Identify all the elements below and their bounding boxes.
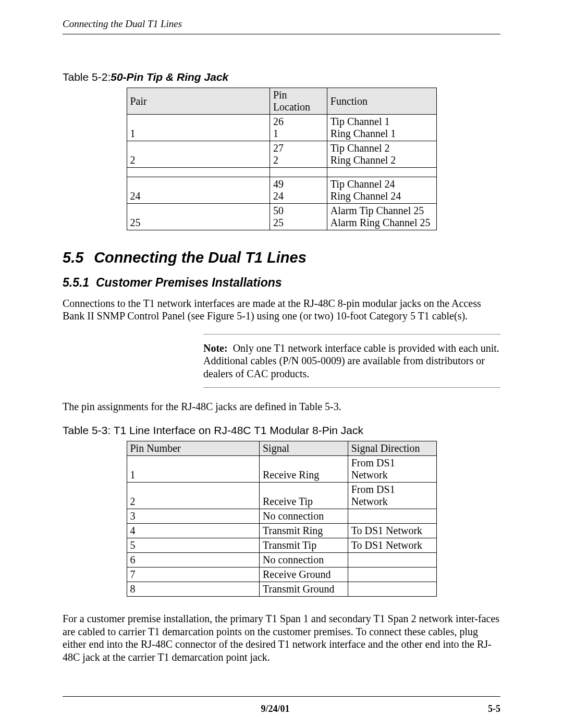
cell: Tip Channel 2 bbox=[331, 142, 390, 154]
cell: 3 bbox=[127, 509, 259, 524]
cell: 1 bbox=[273, 128, 278, 139]
cell bbox=[348, 553, 436, 567]
table-5-2: Pair Pin Location Function 1 261 Tip Cha… bbox=[127, 88, 437, 230]
cell: 25 bbox=[273, 217, 284, 228]
cell: Transmit Tip bbox=[259, 538, 348, 553]
cell bbox=[348, 582, 436, 597]
cell: 2 bbox=[127, 483, 259, 509]
cell bbox=[348, 509, 436, 524]
cell: Alarm Tip Channel 25 bbox=[331, 205, 424, 216]
table-row: 3No connection bbox=[127, 509, 436, 524]
table-row: 7Receive Ground bbox=[127, 567, 436, 582]
cell: 1 bbox=[127, 456, 259, 483]
cell: Transmit Ring bbox=[259, 524, 348, 538]
table-5-2-caption: Table 5-2:50-Pin Tip & Ring Jack bbox=[63, 71, 500, 83]
table-5-3-caption: Table 5-3: T1 Line Interface on RJ-48C T… bbox=[63, 424, 500, 437]
col-header: Pin Number bbox=[127, 441, 259, 456]
cell: To DS1 Network bbox=[348, 524, 436, 538]
table-row: 25 5025 Alarm Tip Channel 25Alarm Ring C… bbox=[127, 204, 436, 230]
cell: Tip Channel 1 bbox=[331, 116, 390, 127]
cell: From DS1 Network bbox=[348, 483, 436, 509]
cell: 2 bbox=[130, 154, 136, 166]
table-row: 2 272 Tip Channel 2Ring Channel 2 bbox=[127, 141, 436, 168]
cell: 25 bbox=[130, 217, 141, 228]
col-header: Pair bbox=[127, 88, 270, 115]
cell: Receive Tip bbox=[259, 483, 348, 509]
subsection-title: Customer Premises Installations bbox=[96, 276, 282, 289]
cell: No connection bbox=[259, 509, 348, 524]
table-row: 2Receive TipFrom DS1 Network bbox=[127, 483, 436, 509]
table-row: 1 261 Tip Channel 1Ring Channel 1 bbox=[127, 115, 436, 141]
subsection-heading: 5.5.1 Customer Premises Installations bbox=[63, 276, 500, 290]
table-row: Pair Pin Location Function bbox=[127, 88, 436, 115]
rule-note-bottom bbox=[203, 387, 500, 388]
cell: 50 bbox=[273, 205, 284, 216]
body-paragraph: For a customer premise installation, the… bbox=[63, 612, 500, 663]
cell: 8 bbox=[127, 582, 259, 597]
cell: 24 bbox=[130, 190, 141, 202]
body-paragraph: Connections to the T1 network interfaces… bbox=[63, 297, 500, 323]
table-5-2-title: 50-Pin Tip & Ring Jack bbox=[111, 71, 228, 83]
cell: From DS1 Network bbox=[348, 456, 436, 483]
table-row bbox=[127, 168, 436, 177]
note-body: Only one T1 network interface cable is p… bbox=[203, 342, 499, 379]
cell: Ring Channel 24 bbox=[331, 190, 401, 202]
cell: 5 bbox=[127, 538, 259, 553]
cell: Alarm Ring Channel 25 bbox=[331, 217, 431, 228]
cell: 26 bbox=[273, 116, 284, 127]
table-5-2-prefix: Table 5-2: bbox=[63, 71, 111, 83]
col-header: Function bbox=[327, 88, 436, 115]
cell: Receive Ring bbox=[259, 456, 348, 483]
col-header: Signal bbox=[259, 441, 348, 456]
note-label: Note: bbox=[203, 342, 228, 354]
cell bbox=[348, 567, 436, 582]
table-5-3: Pin Number Signal Signal Direction 1Rece… bbox=[127, 441, 437, 597]
body-paragraph: The pin assignments for the RJ-48C jacks… bbox=[63, 400, 500, 413]
cell: 24 bbox=[273, 190, 284, 202]
cell: To DS1 Network bbox=[348, 538, 436, 553]
table-row: 6No connection bbox=[127, 553, 436, 567]
cell: 27 bbox=[273, 142, 284, 154]
page-footer: 9/24/01 5-5 bbox=[63, 704, 500, 714]
table-row: 5Transmit TipTo DS1 Network bbox=[127, 538, 436, 553]
cell: Receive Ground bbox=[259, 567, 348, 582]
table-row: 24 4924 Tip Channel 24Ring Channel 24 bbox=[127, 177, 436, 204]
rule-bottom bbox=[63, 696, 500, 697]
footer-date: 9/24/01 bbox=[261, 704, 289, 714]
cell: 6 bbox=[127, 553, 259, 567]
col-header: Signal Direction bbox=[348, 441, 436, 456]
subsection-number: 5.5.1 bbox=[63, 276, 89, 289]
section-number: 5.5 bbox=[63, 249, 85, 266]
cell: Tip Channel 24 bbox=[331, 178, 395, 190]
table-row: 8Transmit Ground bbox=[127, 582, 436, 597]
section-heading: 5.5 Connecting the Dual T1 Lines bbox=[63, 249, 500, 266]
cell: 4 bbox=[127, 524, 259, 538]
table-row: Pin Number Signal Signal Direction bbox=[127, 441, 436, 456]
cell: Transmit Ground bbox=[259, 582, 348, 597]
note-block: Note: Only one T1 network interface cabl… bbox=[203, 334, 500, 388]
table-row: 4Transmit RingTo DS1 Network bbox=[127, 524, 436, 538]
cell: No connection bbox=[259, 553, 348, 567]
footer-page: 5-5 bbox=[488, 704, 500, 714]
cell: 2 bbox=[273, 154, 278, 166]
cell: 7 bbox=[127, 567, 259, 582]
section-title: Connecting the Dual T1 Lines bbox=[94, 249, 307, 266]
cell: Ring Channel 1 bbox=[331, 128, 396, 139]
running-header: Connecting the Dual T1 Lines bbox=[63, 18, 500, 30]
rule-top bbox=[63, 34, 500, 34]
cell: Ring Channel 2 bbox=[331, 154, 396, 166]
cell: 1 bbox=[130, 128, 136, 139]
cell: 49 bbox=[273, 178, 284, 190]
table-row: 1Receive RingFrom DS1 Network bbox=[127, 456, 436, 483]
col-header: Pin Location bbox=[270, 88, 327, 115]
table-5-3-title: Table 5-3: T1 Line Interface on RJ-48C T… bbox=[63, 424, 363, 436]
